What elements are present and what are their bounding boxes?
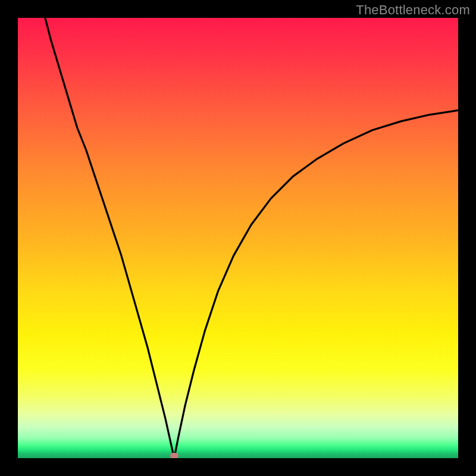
bottleneck-curve <box>18 18 458 458</box>
attribution-text: TheBottleneck.com <box>356 2 470 18</box>
curve-line <box>45 18 458 458</box>
minimum-marker <box>170 453 178 458</box>
plot-area <box>18 18 458 458</box>
chart-frame: TheBottleneck.com <box>0 0 476 476</box>
